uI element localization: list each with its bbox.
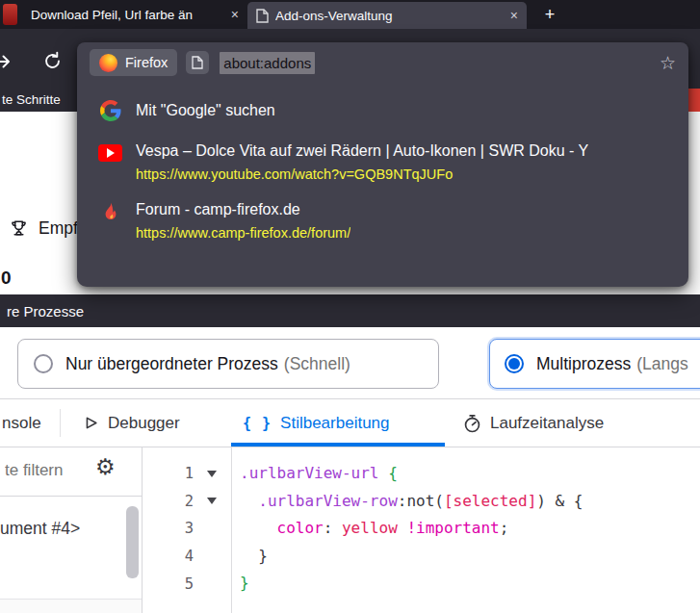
close-tab-icon[interactable]: × xyxy=(510,8,518,23)
line-number: 1 xyxy=(143,465,194,482)
code-token: !important xyxy=(406,519,499,537)
devtools-toolbar: nsole Debugger { } Stilbearbeitung Laufz… xyxy=(0,398,700,447)
code-token: : xyxy=(324,519,333,537)
suggestion-title: Mit "Google" suchen xyxy=(136,102,275,119)
reload-button-icon[interactable] xyxy=(42,51,63,71)
code-token: & xyxy=(546,492,574,510)
suggestion-list: Mit "Google" suchen Vespa – Dolce Vita a… xyxy=(77,89,688,250)
tab-label: Download Pfeil, Url farbe än xyxy=(31,8,225,22)
process-title-bar: re Prozesse xyxy=(0,294,700,327)
firefox-logo-icon xyxy=(99,54,117,72)
fold-arrow-icon[interactable] xyxy=(194,498,230,504)
suggestion-youtube[interactable]: Vespa – Dolce Vita auf zwei Rädern | Aut… xyxy=(77,133,688,192)
active-tab-underline xyxy=(231,443,445,447)
search-mode-chip[interactable]: Firefox xyxy=(90,49,177,76)
sidebar-item-recommendations[interactable]: Empf xyxy=(8,217,78,240)
code-token: :not( xyxy=(398,492,444,510)
line-number: 5 xyxy=(143,575,194,593)
gear-icon[interactable]: ⚙ xyxy=(95,456,116,478)
process-chooser: Nur übergeordneter Prozess (Schnell) Mul… xyxy=(0,327,700,398)
radio-hint: (Langs xyxy=(636,354,688,374)
red-element-partial xyxy=(687,89,700,112)
bookmark-item[interactable]: te Schritte xyxy=(2,92,61,107)
code-line[interactable]: } xyxy=(240,570,700,598)
radio-unchecked-icon[interactable] xyxy=(34,354,53,373)
stylesheet-list-item[interactable]: ument #4> xyxy=(0,519,80,539)
code-token xyxy=(379,464,389,482)
style-editor-code[interactable]: .urlbarView-url { .urlbarView-row:not([s… xyxy=(233,447,700,613)
code-token: { xyxy=(388,464,398,482)
suggestion-url: https://www.youtube.com/watch?v=GQB9NTqJ… xyxy=(136,166,588,182)
firefox-app-icon[interactable] xyxy=(3,4,17,25)
code-token xyxy=(240,492,258,510)
braces-icon: { } xyxy=(243,415,272,432)
suggestion-title: Forum - camp-firefox.de xyxy=(136,201,350,218)
code-token: } xyxy=(240,547,268,565)
tab-label: Laufzeitanalyse xyxy=(490,414,604,433)
trophy-icon xyxy=(8,217,30,240)
urlbar[interactable]: Firefox about:addons ☆ xyxy=(77,42,688,83)
stopwatch-icon xyxy=(463,414,481,433)
code-token: yellow xyxy=(342,519,398,537)
code-line[interactable]: .urlbarView-url { xyxy=(240,460,700,488)
tab-label: Add-ons-Verwaltung xyxy=(275,9,505,23)
urlbar-selected-text[interactable]: about:addons xyxy=(220,52,315,74)
radio-checked-icon[interactable] xyxy=(505,354,524,373)
tab-performance[interactable]: Laufzeitanalyse xyxy=(463,399,604,447)
tab-download-pfeil[interactable]: Download Pfeil, Url farbe än × xyxy=(22,0,247,29)
sidebar-scrollbar[interactable] xyxy=(126,506,139,578)
suggestion-title: Vespa – Dolce Vita auf zwei Rädern | Aut… xyxy=(136,142,588,160)
line-number: 2 xyxy=(143,493,194,510)
page-icon xyxy=(186,51,209,74)
code-token: color xyxy=(277,519,324,537)
suggestion-search-google[interactable]: Mit "Google" suchen xyxy=(77,89,688,133)
tab-label: Debugger xyxy=(108,414,180,433)
suggestion-camp-firefox[interactable]: Forum - camp-firefox.de https://www.camp… xyxy=(77,192,688,250)
radio-label: Nur übergeordneter Prozess xyxy=(65,354,278,374)
code-token xyxy=(398,519,407,537)
youtube-icon xyxy=(97,142,123,162)
sidebar-bottom-strip xyxy=(0,599,142,613)
forward-button-icon[interactable] xyxy=(0,52,13,71)
code-token: ; xyxy=(500,519,509,537)
stylesheet-filter-input[interactable]: te filtern xyxy=(5,461,93,480)
code-token: .urlbarView-url xyxy=(240,464,379,482)
radio-hint: (Schnell) xyxy=(284,354,350,374)
radio-option-parent-process[interactable]: Nur übergeordneter Prozess (Schnell) xyxy=(17,339,439,389)
tab-label: Stilbearbeitung xyxy=(280,414,389,433)
filter-row: te filtern ⚙ xyxy=(0,447,142,497)
google-icon xyxy=(97,100,123,121)
code-line[interactable]: .urlbarView-row:not([selected]) & { xyxy=(240,488,700,516)
close-tab-icon[interactable]: × xyxy=(231,7,239,22)
gutter-row: 3 xyxy=(143,515,231,543)
gutter-row: 1 xyxy=(143,460,231,488)
toolbar-separator xyxy=(60,409,61,437)
page-favicon-icon xyxy=(256,9,269,23)
code-token: .urlbarView-row xyxy=(258,492,398,510)
gutter-row: 5 xyxy=(143,570,231,598)
code-line[interactable]: color: yellow !important; xyxy=(240,515,700,543)
radio-option-multiprocess[interactable]: Multiprozess (Langs xyxy=(489,339,700,389)
radio-label: Multiprozess xyxy=(536,354,631,374)
tab-debugger[interactable]: Debugger xyxy=(83,399,180,447)
tab-style-editor[interactable]: { } Stilbearbeitung xyxy=(243,399,390,447)
flame-icon xyxy=(97,201,123,224)
suggestion-url: https://www.camp-firefox.de/forum/ xyxy=(136,225,350,241)
gutter-row: 4 xyxy=(143,543,231,571)
partial-number: 0 xyxy=(1,268,12,289)
code-token: } xyxy=(240,574,249,592)
debugger-icon xyxy=(83,415,99,431)
tab-addons-verwaltung[interactable]: Add-ons-Verwaltung × xyxy=(247,2,527,29)
recommendations-label: Empf xyxy=(39,218,78,239)
style-editor-sidebar: te filtern ⚙ ument #4> xyxy=(0,447,143,613)
editor-gutter: 1 2 3 4 5 xyxy=(143,447,232,613)
gutter-row: 2 xyxy=(143,488,231,516)
tab-console[interactable]: nsole xyxy=(2,399,41,447)
new-tab-button[interactable]: + xyxy=(536,1,563,28)
bookmark-star-icon[interactable]: ☆ xyxy=(660,54,676,72)
code-line[interactable]: } xyxy=(240,543,700,571)
code-token xyxy=(332,519,342,537)
line-number: 4 xyxy=(143,548,194,565)
code-token xyxy=(240,519,277,537)
fold-arrow-icon[interactable] xyxy=(194,471,230,477)
